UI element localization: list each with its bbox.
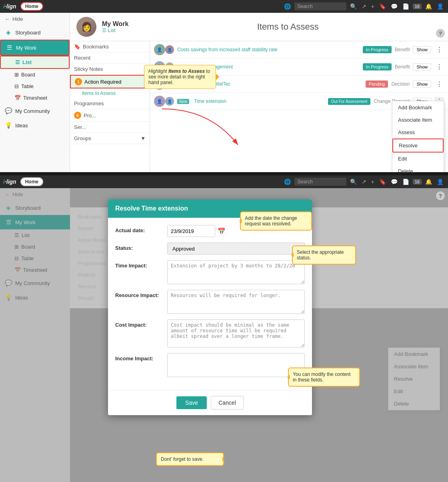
globe-icon[interactable]: 🌐 [284, 3, 291, 10]
bottom-hide-button[interactable]: ← Hide [0, 188, 70, 201]
sidebar-sub-list[interactable]: ☰ List [0, 56, 70, 69]
bottom-search-icon[interactable]: 🔍 [350, 179, 357, 185]
status-label: Status: [115, 243, 163, 251]
bottom-ideas-icon: 💡 [5, 294, 12, 301]
panel-items-to-assess[interactable]: Items to Assess [70, 88, 150, 98]
sidebar-sub-timesheet[interactable]: 📅 Timesheet [0, 92, 70, 104]
share-icon[interactable]: ↗ [362, 3, 366, 10]
search-input[interactable] [294, 2, 346, 10]
bottom-search-input[interactable] [294, 178, 346, 186]
sidebar-item-mywork[interactable]: ☰ My Work [0, 40, 70, 56]
chat-icon[interactable]: 💬 [391, 3, 398, 10]
hide-label: Hide [12, 16, 23, 22]
bottom-list-icon: ☰ [14, 232, 19, 238]
bottom-chat-icon[interactable]: 💬 [391, 179, 398, 185]
form-row-cost-impact: Cost Impact: Cost impact should be minim… [115, 319, 305, 347]
row-type-1: Benefit [395, 47, 410, 52]
item-link-4[interactable]: Time extension [194, 98, 325, 104]
sidebar-item-storyboard[interactable]: ◈ Storyboard [0, 25, 70, 40]
bottom-home-button[interactable]: Home [20, 177, 43, 186]
status-select[interactable]: Approved Rejected Pending [167, 243, 305, 255]
bottom-sidebar-label-table: Table [21, 255, 34, 261]
bottom-sidebar-mywork[interactable]: ☰ My Work [0, 215, 70, 229]
bottom-section: i·lign Home 🌐 🔍 ↗ + 🔖 💬 📄 16 🔔 👤 ← Hide … [0, 175, 448, 482]
sidebar-label-timesheet: Timesheet [23, 95, 47, 101]
bell-icon[interactable]: 🔔 [425, 3, 432, 10]
bottom-sidebar-storyboard[interactable]: ◈ Storyboard [0, 201, 70, 215]
bottom-add-icon[interactable]: + [371, 179, 374, 185]
doc-icon[interactable]: 📄 [402, 3, 409, 10]
sidebar-item-mycommunity[interactable]: 💬 My Community [0, 104, 70, 118]
bottom-share-icon[interactable]: ↗ [362, 179, 366, 185]
bottom-bookmark-icon[interactable]: 🔖 [379, 179, 386, 185]
bottom-sidebar-list[interactable]: ☰ List [0, 229, 70, 241]
show-button-2[interactable]: Show [413, 63, 431, 70]
panel-ser[interactable]: Ser... [70, 122, 150, 133]
sidebar-label-mywork: My Work [16, 45, 36, 51]
bottom-sidebar-timesheet[interactable]: 📅 Timesheet [0, 264, 70, 276]
menu-add-bookmark[interactable]: Add Bookmark [392, 101, 444, 114]
time-impact-label: Time Impact: [115, 260, 163, 269]
save-callout-text: Dont' forget to save. [161, 456, 204, 462]
more-menu-2[interactable]: ⋮ [434, 62, 444, 72]
sidebar-item-ideas[interactable]: 💡 Ideas [0, 118, 70, 133]
bottom-sidebar-label-mywork: My Work [15, 219, 36, 225]
mywork-icon: ☰ [6, 44, 13, 51]
menu-assess[interactable]: Assess [392, 126, 444, 139]
show-button-1[interactable]: Show [413, 46, 431, 53]
bottom-doc-icon[interactable]: 📄 [402, 179, 409, 185]
save-button[interactable]: Save [176, 396, 207, 409]
bookmark-icon[interactable]: 🔖 [379, 3, 386, 10]
sidebar-label-list: List [22, 59, 32, 65]
show-button-3[interactable]: Show [413, 80, 431, 88]
bottom-sidebar-bg: ← Hide ◈ Storyboard ☰ My Work ☰ List ⊞ B… [0, 188, 70, 482]
panel-action-required[interactable]: 1 Action Required [70, 75, 150, 88]
actual-date-input[interactable] [167, 225, 215, 237]
panel-recent[interactable]: Recent [70, 52, 150, 64]
menu-resolve[interactable]: Resolve [392, 139, 444, 153]
menu-delete[interactable]: Delete [392, 165, 444, 172]
sidebar-sub-table[interactable]: ⊟ Table [0, 80, 70, 92]
item-link-1[interactable]: Costs savings from increased staff stabi… [177, 47, 360, 52]
bottom-bell-icon[interactable]: 🔔 [425, 179, 432, 185]
more-menu-3[interactable]: ⋮ [434, 80, 444, 89]
more-menu-1[interactable]: ⋮ [434, 45, 444, 54]
bottom-globe-icon[interactable]: 🌐 [284, 179, 291, 185]
status-badge-4: Out For Assessment [328, 98, 371, 105]
panel-bookmarks[interactable]: 🔖 Bookmarks [70, 41, 150, 52]
hide-button[interactable]: ← Hide [0, 13, 70, 25]
bottom-help-button[interactable]: ? [436, 191, 445, 200]
sidebar-sub-board[interactable]: ⊞ Board [0, 69, 70, 80]
help-button[interactable]: ? [436, 29, 445, 38]
home-button[interactable]: Home [20, 2, 43, 11]
bookmarks-label: Bookmarks [83, 44, 109, 50]
search-icon[interactable]: 🔍 [350, 3, 357, 10]
community-icon: 💬 [5, 107, 12, 114]
cancel-button[interactable]: Cancel [211, 396, 244, 410]
income-impact-textarea[interactable] [167, 353, 305, 377]
time-impact-textarea[interactable]: Extension of project by 3 months to 28/2… [167, 260, 305, 284]
bottom-sidebar-board[interactable]: ⊞ Board [0, 241, 70, 253]
form-row-resource-impact: Resource Impact: Resources will be requi… [115, 290, 305, 314]
top-section: i·lign Home 🌐 🔍 ↗ + 🔖 💬 📄 16 🔔 👤 ← Hide … [0, 0, 448, 172]
bottom-user-icon[interactable]: 👤 [437, 179, 444, 185]
menu-edit[interactable]: Edit [392, 153, 444, 165]
panel-sticky-notes[interactable]: Sticky Notes [70, 64, 150, 75]
row-avatar-7: 👤 [154, 96, 165, 107]
cost-impact-textarea[interactable]: Cost impact should be minimal as the sam… [167, 319, 305, 347]
panel-pro[interactable]: 6 Pro... [70, 109, 150, 122]
sidebar-label-storyboard: Storyboard [15, 30, 41, 36]
panel-programmes[interactable]: Programmes [70, 98, 150, 109]
menu-associate-item[interactable]: Associate Item [392, 114, 444, 126]
bottom-sidebar-table[interactable]: ⊟ Table [0, 253, 70, 264]
add-icon[interactable]: + [371, 3, 374, 10]
panel-groups[interactable]: Groups ▼ [70, 133, 150, 144]
modal-footer: Save Cancel [108, 390, 312, 415]
user-icon[interactable]: 👤 [437, 3, 444, 10]
calendar-icon[interactable]: 📅 [218, 227, 226, 235]
bottom-hide-label: Hide [12, 191, 23, 197]
bottom-sidebar-mycommunity[interactable]: 💬 My Community [0, 276, 70, 290]
action-required-label: Action Required [84, 79, 122, 85]
resource-impact-textarea[interactable]: Resources will be required for longer. [167, 290, 305, 314]
bottom-sidebar-ideas[interactable]: 💡 Ideas [0, 290, 70, 305]
